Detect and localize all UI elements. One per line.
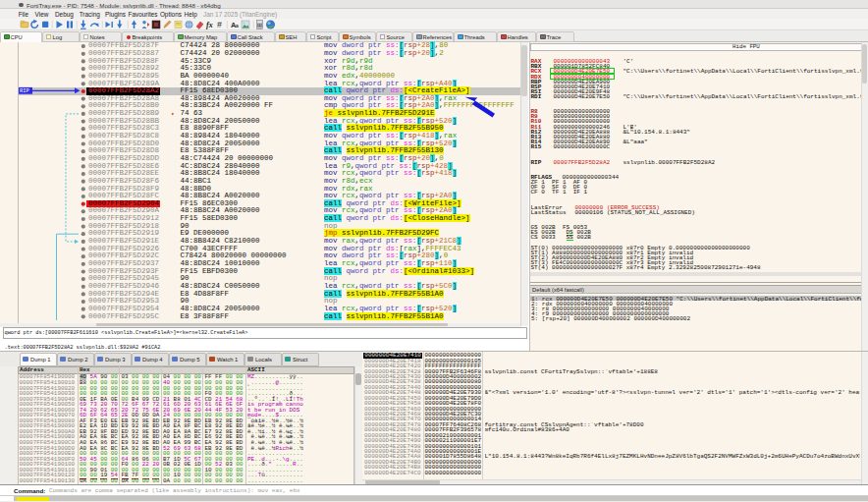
svg-text:fx: fx — [206, 21, 213, 29]
svg-text:RIP: RIP — [20, 87, 29, 94]
svg-text:a: a — [236, 23, 239, 28]
svg-text:#: # — [217, 20, 222, 29]
